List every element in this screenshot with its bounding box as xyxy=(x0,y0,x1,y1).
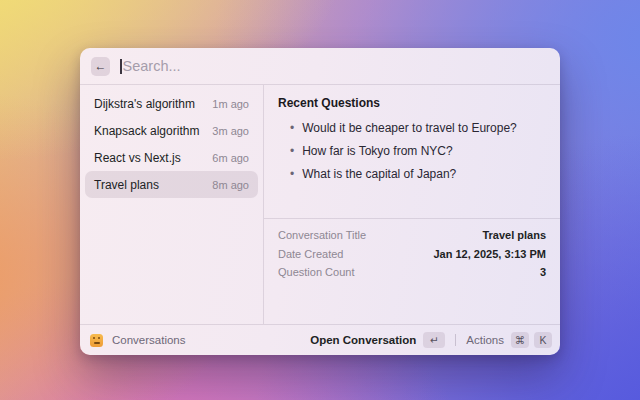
metadata-label: Question Count xyxy=(278,266,354,278)
command-palette-window: ← Dijkstra's algorithm 1m ago Knapsack a… xyxy=(80,48,560,355)
return-key-icon: ↵ xyxy=(423,332,445,348)
back-icon: ← xyxy=(95,59,107,73)
conversation-time: 3m ago xyxy=(212,125,249,137)
list-item[interactable]: React vs Next.js 6m ago xyxy=(85,144,258,171)
metadata-row: Conversation Title Travel plans xyxy=(278,226,546,245)
question-item: • Would it be cheaper to travel to Europ… xyxy=(278,117,546,140)
detail-panel: Recent Questions • Would it be cheaper t… xyxy=(264,85,560,324)
actions-button[interactable]: Actions ⌘ K xyxy=(466,332,552,348)
metadata-value: Travel plans xyxy=(482,229,546,241)
question-item: • What is the capital of Japan? xyxy=(278,163,546,186)
back-button[interactable]: ← xyxy=(91,57,110,76)
conversation-title: React vs Next.js xyxy=(94,151,181,165)
conversation-time: 6m ago xyxy=(212,152,249,164)
k-key-icon: K xyxy=(534,332,552,348)
section-heading: Recent Questions xyxy=(278,96,546,110)
conversation-time: 8m ago xyxy=(212,179,249,191)
conversation-title: Travel plans xyxy=(94,178,159,192)
metadata-row: Date Created Jan 12, 2025, 3:13 PM xyxy=(278,245,546,264)
footer-app-label: Conversations xyxy=(112,334,186,346)
metadata-value: 3 xyxy=(540,266,546,278)
open-conversation-label: Open Conversation xyxy=(310,334,416,346)
metadata-label: Date Created xyxy=(278,248,343,260)
main-content: Dijkstra's algorithm 1m ago Knapsack alg… xyxy=(80,85,560,324)
command-key-icon: ⌘ xyxy=(511,332,529,348)
question-item: • How far is Tokyo from NYC? xyxy=(278,140,546,163)
metadata-section: Conversation Title Travel plans Date Cre… xyxy=(264,219,560,289)
list-item-selected[interactable]: Travel plans 8m ago xyxy=(85,171,258,198)
footer-bar: Conversations Open Conversation ↵ Action… xyxy=(80,324,560,355)
metadata-row: Question Count 3 xyxy=(278,263,546,282)
list-item[interactable]: Dijkstra's algorithm 1m ago xyxy=(85,90,258,117)
open-conversation-button[interactable]: Open Conversation ↵ xyxy=(310,332,445,348)
conversations-app-icon xyxy=(90,334,103,347)
metadata-label: Conversation Title xyxy=(278,229,366,241)
conversation-list: Dijkstra's algorithm 1m ago Knapsack alg… xyxy=(80,85,263,324)
conversation-title: Dijkstra's algorithm xyxy=(94,97,195,111)
bullet-icon: • xyxy=(290,117,294,140)
search-input[interactable] xyxy=(123,58,550,74)
conversation-title: Knapsack algorithm xyxy=(94,124,199,138)
conversation-time: 1m ago xyxy=(212,98,249,110)
footer-separator xyxy=(455,334,456,346)
question-text: How far is Tokyo from NYC? xyxy=(302,140,453,163)
text-caret xyxy=(120,59,122,74)
search-bar: ← xyxy=(80,48,560,85)
question-text: Would it be cheaper to travel to Europe? xyxy=(302,117,517,140)
actions-label: Actions xyxy=(466,334,504,346)
list-item[interactable]: Knapsack algorithm 3m ago xyxy=(85,117,258,144)
bullet-icon: • xyxy=(290,163,294,186)
bullet-icon: • xyxy=(290,140,294,163)
metadata-value: Jan 12, 2025, 3:13 PM xyxy=(433,248,546,260)
recent-questions-section: Recent Questions • Would it be cheaper t… xyxy=(264,85,560,218)
question-text: What is the capital of Japan? xyxy=(302,163,456,186)
